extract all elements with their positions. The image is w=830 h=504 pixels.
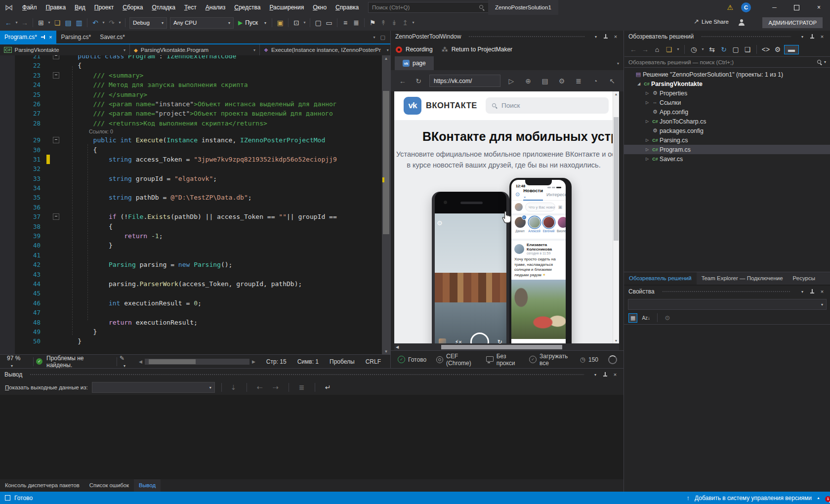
decrease-indent-icon[interactable]: ≡ — [340, 17, 351, 28]
page-settings-icon[interactable]: ⚙ — [557, 77, 567, 85]
status-browser-engine[interactable]: CEF (Chrome) — [436, 353, 476, 367]
tree-item-parsing.cs[interactable]: ▷C#Parsing.cs — [624, 135, 830, 145]
code-line-39[interactable]: 39 return -1; — [0, 231, 382, 241]
menu-справка[interactable]: Справка — [331, 0, 363, 15]
tree-item-решение-zennopostersolution1-проекты-1-из-1-[interactable]: ▤Решение "ZennoPosterSolution1" (проекты… — [624, 70, 830, 79]
window-options-icon[interactable]: ▢ — [380, 34, 385, 41]
restore-button[interactable] — [786, 0, 808, 15]
close-icon[interactable]: × — [818, 289, 826, 294]
scroll-right-icon[interactable]: ▶ — [252, 359, 255, 364]
nav-backward-caret-icon[interactable]: ▾ — [14, 17, 19, 28]
output-source-dropdown[interactable]: ▾ — [92, 382, 215, 393]
scrollbar-thumb[interactable] — [441, 345, 562, 349]
panel-tab-team[interactable]: Team Explorer — Подключение — [697, 272, 788, 285]
se-home-icon[interactable]: ⌂ — [652, 44, 663, 55]
se-show-all-files-icon[interactable]: ❏ — [742, 44, 753, 55]
scroll-left-icon[interactable]: ◀ — [396, 345, 399, 349]
code-line-29[interactable]: 29 public int Execute(Instance instance,… — [0, 135, 382, 145]
code-line-43[interactable]: 43 — [0, 270, 382, 279]
tab-program-cs-[interactable]: Program.cs*× — [0, 31, 56, 43]
se-view-code-icon[interactable]: <> — [760, 44, 771, 55]
se-back-icon[interactable]: ← — [628, 44, 639, 55]
breakpoints-window-icon[interactable]: ▢ — [313, 17, 324, 28]
code-line-45[interactable]: 45 — [0, 289, 382, 298]
new-project-caret-icon[interactable]: ▾ — [46, 17, 52, 28]
immediate-window-icon[interactable]: ▭ — [324, 17, 334, 28]
scroll-down-icon[interactable]: ▼ — [382, 349, 390, 354]
refresh-icon[interactable]: ↻ — [414, 77, 423, 85]
close-icon[interactable]: × — [818, 34, 826, 40]
chevron-down-icon[interactable]: ▾ — [592, 35, 600, 39]
bottom-tab-список[interactable]: Список ошибок — [84, 479, 134, 492]
menu-правка[interactable]: Правка — [42, 0, 71, 15]
code-line-38[interactable]: 38 { — [0, 222, 382, 231]
redo-icon[interactable]: ↷ — [106, 17, 117, 28]
se-switch-views-caret-icon[interactable]: ▾ — [675, 44, 681, 55]
code-line-37[interactable]: 37 if (!File.Exists(pathDb) || access_To… — [0, 212, 382, 221]
member-dropdown[interactable]: ❖ Execute(Instance instance, IZennoPoste… — [260, 44, 390, 55]
browser-tab-page[interactable]: vk page — [395, 56, 434, 70]
se-properties-icon[interactable]: ⚙ — [772, 44, 783, 55]
project-dropdown[interactable]: C# ParsingVkontakte▾ — [0, 44, 130, 55]
code-line-25[interactable]: 25 /// </summary> — [0, 90, 382, 99]
code-line-33[interactable]: 33 string groupId = "elgatovk"; — [0, 174, 382, 183]
fold-toggle-icon[interactable] — [53, 137, 59, 143]
type-dropdown[interactable]: ◆ ParsingVkontakte.Program▾ — [130, 44, 260, 55]
chevron-down-icon[interactable]: ▾ — [798, 35, 806, 39]
pin-icon[interactable] — [602, 372, 608, 378]
expander-icon[interactable]: ◢ — [635, 82, 642, 86]
tab-parsing-cs-[interactable]: Parsing.cs* — [56, 31, 95, 43]
close-icon[interactable]: × — [612, 34, 620, 40]
tree-item-packages.config[interactable]: ⚙packages.config — [624, 126, 830, 135]
out-next-message-icon[interactable]: ⇢ — [270, 382, 281, 393]
undo-caret-icon[interactable]: ▾ — [101, 17, 106, 28]
tree-item-program.cs[interactable]: ▷C#Program.cs — [624, 145, 830, 154]
status-load-mode[interactable]: ✓ Загружать все — [529, 353, 570, 367]
pen-icon[interactable]: ✎ ▾ — [120, 355, 132, 369]
toggle-bookmark-icon[interactable]: ⚑ — [367, 17, 378, 28]
se-refresh-icon[interactable]: ↻ — [718, 44, 729, 55]
solution-search-box[interactable]: Обозреватель решений — поиск (Ctrl+;) ▾ — [624, 56, 830, 68]
properties-object-dropdown[interactable]: ▾ — [628, 299, 827, 310]
clear-bookmarks-icon[interactable]: ↥ — [400, 17, 411, 28]
expander-icon[interactable]: ▷ — [644, 157, 651, 161]
expander-icon[interactable]: ▷ — [644, 119, 651, 124]
chevron-up-icon[interactable]: ▲ — [817, 496, 820, 500]
vk-wordmark[interactable]: ВКОНТАКТЕ — [426, 101, 477, 110]
menu-окно[interactable]: Окно — [308, 0, 331, 15]
navigate-go-icon[interactable]: ▷ — [506, 77, 516, 85]
vk-search-box[interactable]: Поиск — [486, 97, 609, 114]
code-line-26[interactable]: 26 /// <param name="instance">Объект инс… — [0, 99, 382, 109]
editor-horizontal-scrollbar[interactable] — [145, 359, 249, 365]
expander-icon[interactable]: ▷ — [644, 100, 651, 105]
alphabetical-sort-icon[interactable]: Az↓ — [642, 315, 650, 321]
menu-средства[interactable]: Средства — [230, 0, 265, 15]
status-proxy[interactable]: Без прокси — [486, 353, 519, 367]
scrollbar-thumb[interactable] — [383, 91, 389, 234]
se-preview-selected-icon[interactable]: ▬ — [784, 45, 799, 54]
scrollbar-thumb[interactable] — [149, 359, 196, 364]
close-button[interactable]: × — [808, 0, 830, 15]
out-word-wrap-icon[interactable]: ↵ — [323, 382, 333, 393]
expander-icon[interactable]: ▷ — [644, 147, 651, 152]
menu-расширения[interactable]: Расширения — [265, 0, 308, 15]
return-to-projectmaker-button[interactable]: ⁂ Return to ProjectMaker — [442, 46, 512, 53]
fold-toggle-icon[interactable] — [53, 72, 59, 79]
code-line-23[interactable]: 23 /// <summary> — [0, 71, 382, 80]
undo-icon[interactable]: ↶ — [90, 17, 101, 28]
minimize-button[interactable]: ─ — [763, 0, 786, 15]
menu-файл[interactable]: Файл — [18, 0, 42, 15]
menu-анализ[interactable]: Анализ — [201, 0, 230, 15]
code-line-27[interactable]: 27 /// <param name="project">Объект прое… — [0, 109, 382, 118]
toolbar-overflow-icon[interactable]: ▾ — [411, 17, 416, 28]
add-to-source-control-button[interactable]: Добавить в систему управления версиями — [695, 495, 812, 502]
scroll-up-icon[interactable]: ▲ — [382, 56, 390, 61]
save-all-icon[interactable]: ▥ — [74, 17, 84, 28]
start-debugging-button[interactable]: ▶ Пуск▾ — [238, 19, 266, 26]
tree-item-jsontocsharp.cs[interactable]: ▷C#JsonToCsharp.cs — [624, 117, 830, 126]
code-line-48[interactable]: 48 return executionResult; — [0, 318, 382, 327]
caret-line-indicator[interactable]: Стр: 15 — [266, 358, 287, 365]
pin-icon[interactable] — [603, 34, 609, 40]
close-icon[interactable]: × — [611, 372, 619, 378]
tab-saver-cs-[interactable]: Saver.cs* — [95, 31, 129, 43]
